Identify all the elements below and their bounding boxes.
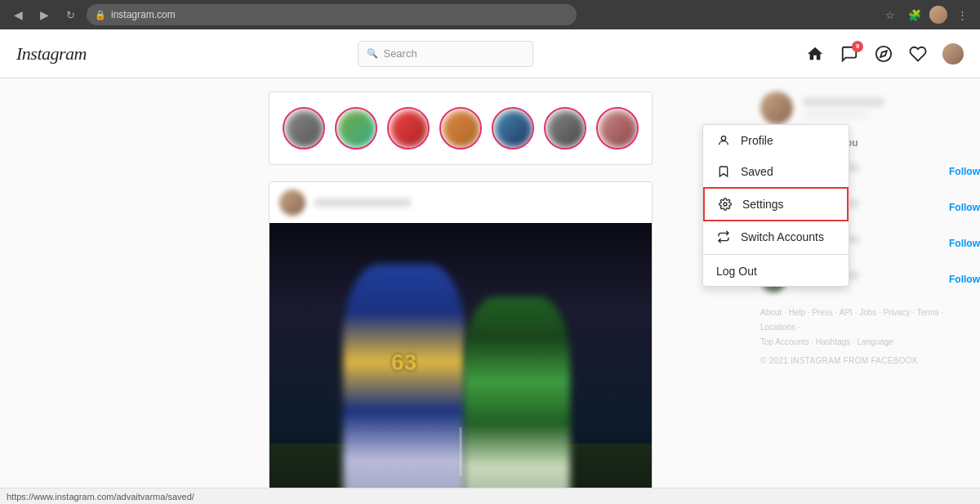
footer-copyright: © 2021 INSTAGRAM FROM FACEBOOK (760, 356, 980, 365)
dropdown-profile[interactable]: Profile (703, 125, 849, 156)
browser-actions: ☆ 🧩 ⋮ (880, 5, 972, 25)
story-item[interactable] (283, 107, 325, 149)
svg-point-0 (876, 46, 891, 60)
story-item[interactable] (439, 107, 482, 149)
home-icon[interactable] (805, 44, 825, 64)
lock-icon: 🔒 (95, 10, 106, 20)
back-button[interactable]: ◀ (8, 5, 28, 25)
dropdown-divider (703, 254, 849, 255)
saved-label: Saved (741, 165, 773, 178)
star-button[interactable]: ☆ (880, 5, 900, 25)
forward-button[interactable]: ▶ (34, 5, 54, 25)
sidebar-username (803, 97, 884, 107)
feed-area: 63 (77, 78, 665, 504)
dropdown-switch-accounts[interactable]: Switch Accounts (703, 221, 849, 252)
saved-icon (716, 164, 731, 179)
story-item[interactable] (544, 107, 586, 149)
instagram-header: Instagram 🔍 Search 9 (0, 29, 980, 78)
app-wrapper: Instagram 🔍 Search 9 (0, 29, 980, 504)
follow-button[interactable]: Follow (949, 202, 980, 213)
dropdown-settings[interactable]: Settings (703, 187, 849, 221)
profile-avatar[interactable] (942, 43, 964, 65)
sidebar-fullname (803, 110, 868, 118)
search-icon: 🔍 (367, 48, 378, 59)
extensions-button[interactable]: 🧩 (905, 5, 924, 25)
post-avatar (279, 190, 305, 216)
post: 63 (269, 181, 653, 504)
browser-chrome: ◀ ▶ ↻ 🔒 instagram.com ☆ 🧩 ⋮ (0, 0, 980, 29)
svg-point-2 (721, 136, 725, 140)
messenger-icon[interactable]: 9 (840, 44, 859, 64)
search-bar[interactable]: 🔍 Search (358, 41, 533, 67)
dropdown-logout[interactable]: Log Out (703, 256, 849, 286)
follow-button[interactable]: Follow (949, 166, 980, 177)
search-placeholder: Search (383, 47, 416, 60)
main-content: 63 Suggestions For (0, 78, 980, 504)
menu-button[interactable]: ⋮ (952, 5, 972, 25)
sidebar-user (760, 91, 980, 124)
switch-accounts-label: Switch Accounts (741, 230, 824, 243)
story-item[interactable] (387, 107, 430, 149)
address-bar[interactable]: 🔒 instagram.com (87, 4, 577, 25)
profile-label: Profile (741, 134, 773, 147)
svg-point-3 (724, 203, 727, 206)
browser-profile[interactable] (929, 6, 947, 24)
svg-marker-1 (880, 51, 887, 57)
settings-label: Settings (742, 198, 784, 211)
follow-button[interactable]: Follow (949, 274, 980, 285)
status-url: https://www.instagram.com/advaitvarma/sa… (7, 492, 194, 502)
profile-icon (716, 133, 731, 148)
story-item[interactable] (596, 107, 639, 149)
footer-links: About · Help · Press · API · Jobs · Priv… (760, 306, 980, 350)
story-item[interactable] (335, 107, 377, 149)
url-text: instagram.com (111, 9, 176, 20)
switch-icon (716, 230, 731, 244)
post-header (270, 182, 652, 223)
reload-button[interactable]: ↻ (60, 5, 80, 25)
settings-icon (718, 197, 733, 212)
header-icons: 9 (805, 43, 964, 65)
compass-icon[interactable] (874, 44, 893, 64)
follow-button[interactable]: Follow (949, 238, 980, 249)
status-bar: https://www.instagram.com/advaitvarma/sa… (0, 488, 980, 504)
post-username (314, 198, 412, 207)
story-item[interactable] (492, 107, 534, 149)
notification-badge: 9 (852, 41, 863, 52)
heart-icon[interactable] (908, 44, 928, 64)
post-image: 63 (270, 223, 652, 504)
instagram-logo: Instagram (16, 43, 87, 65)
dropdown-menu: Profile Saved Settings Swi (702, 124, 849, 287)
sidebar-avatar (760, 91, 793, 124)
logout-label: Log Out (716, 265, 757, 278)
stories-bar (269, 91, 653, 165)
dropdown-saved[interactable]: Saved (703, 156, 849, 187)
